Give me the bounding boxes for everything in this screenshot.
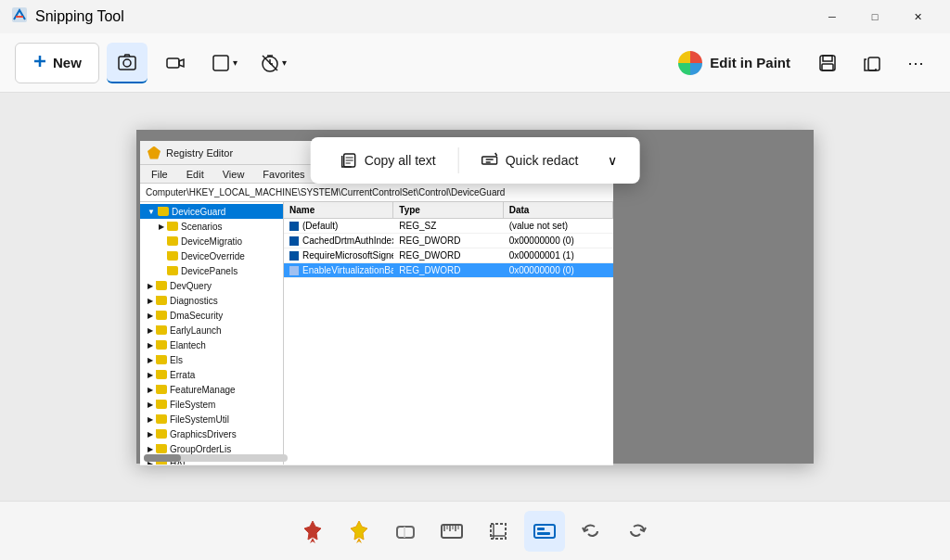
pen-icon [301, 519, 325, 543]
timer-chevron: ▾ [282, 57, 287, 68]
svg-rect-6 [167, 58, 179, 68]
close-button[interactable]: ✕ [896, 2, 939, 32]
cell-type-enable: REG_DWORD [393, 265, 503, 275]
table-row[interactable]: RequireMicrosoftSignedBootChain REG_DWOR… [284, 248, 613, 263]
registry-body: ▼ DeviceGuard ▶ Scenarios ▶ Devic [140, 202, 613, 465]
video-icon [165, 53, 186, 73]
cell-name-cached: CachedDrtmAuthIndex [284, 235, 393, 246]
svg-rect-41 [537, 528, 545, 530]
copy-button[interactable] [854, 45, 891, 82]
menu-view[interactable]: View [219, 169, 249, 180]
screenshot-area: Registry Editor ─ □ ✕ File Edit View Fav… [136, 130, 814, 464]
highlighter-tool-button[interactable] [339, 511, 379, 552]
redact-tool-button[interactable] [524, 511, 565, 552]
registry-title: Registry Editor [166, 147, 233, 159]
cell-data-require: 0x00000001 (1) [504, 250, 613, 261]
tree-item-errata[interactable]: ▶ Errata [140, 367, 283, 382]
cell-type-require: REG_DWORD [393, 250, 503, 261]
popup-divider [458, 147, 459, 173]
cell-type-cached: REG_DWORD [393, 235, 503, 246]
tree-item-graphicsdrivers[interactable]: ▶ GraphicsDrivers [140, 426, 283, 441]
redo-button[interactable] [617, 511, 658, 552]
video-button[interactable] [155, 43, 196, 83]
copy-text-icon [340, 152, 357, 169]
window-controls: ─ □ ✕ [811, 2, 939, 32]
new-button[interactable]: New [15, 43, 99, 83]
svg-rect-16 [868, 57, 879, 70]
popup-chevron-button[interactable]: ∨ [600, 146, 624, 175]
tree-item-featuremanage[interactable]: ▶ FeatureManage [140, 382, 283, 397]
paint-icon [678, 51, 702, 75]
tree-scrollbar[interactable] [144, 454, 284, 462]
main-toolbar: New ▾ ▾ Edit [0, 33, 950, 93]
col-name: Name [284, 202, 393, 218]
new-label: New [53, 55, 82, 70]
svg-rect-15 [822, 64, 833, 70]
registry-table-header: Name Type Data [284, 202, 613, 219]
shape-button[interactable]: ▾ [203, 43, 245, 83]
redo-icon [625, 519, 649, 543]
edit-paint-label: Edit in Paint [710, 55, 790, 70]
copy-all-text-button[interactable]: Copy all text [326, 145, 451, 176]
pen-tool-button[interactable] [292, 511, 333, 552]
app-title: Snipping Tool [35, 8, 124, 25]
svg-rect-28 [397, 527, 414, 538]
svg-marker-26 [351, 521, 367, 540]
screenshot-button[interactable] [107, 43, 148, 83]
maximize-button[interactable]: □ [854, 2, 896, 32]
svg-rect-42 [537, 532, 550, 535]
tree-item-deviceguard[interactable]: ▼ DeviceGuard [140, 204, 283, 219]
menu-file[interactable]: File [148, 169, 172, 180]
copy-icon [863, 54, 881, 72]
crop-tool-button[interactable] [478, 511, 519, 552]
tree-item-filesystem[interactable]: ▶ FileSystem [140, 397, 283, 412]
tree-item-els[interactable]: ▶ Els [140, 352, 283, 367]
ruler-tool-button[interactable] [431, 511, 472, 552]
menu-edit[interactable]: Edit [183, 169, 208, 180]
svg-point-5 [123, 59, 131, 67]
timer-button[interactable]: ▾ [252, 43, 294, 83]
tree-item-devicemigra[interactable]: ▶ DeviceMigratio [140, 234, 283, 248]
save-icon [818, 54, 837, 72]
eraser-tool-button[interactable] [385, 511, 426, 552]
cell-name-require: RequireMicrosoftSignedBootChain [284, 250, 393, 261]
more-options-button[interactable]: ⋯ [898, 45, 935, 82]
minimize-button[interactable]: ─ [811, 2, 854, 32]
svg-marker-27 [356, 538, 362, 543]
tree-item-earlylaunch[interactable]: ▶ EarlyLaunch [140, 323, 283, 337]
snipping-tool-icon [11, 6, 28, 27]
timer-icon [260, 53, 280, 73]
cell-data-cached: 0x00000000 (0) [504, 235, 613, 246]
registry-editor: Registry Editor ─ □ ✕ File Edit View Fav… [140, 141, 613, 465]
table-row[interactable]: (Default) REG_SZ (value not set) [284, 219, 613, 234]
tree-item-diagnostics[interactable]: ▶ Diagnostics [140, 293, 283, 308]
tree-item-filesystemutil[interactable]: ▶ FileSystemUtil [140, 412, 283, 426]
quick-redact-button[interactable]: Quick redact [467, 145, 594, 176]
edit-paint-button[interactable]: Edit in Paint [667, 44, 802, 83]
registry-icon [148, 146, 160, 159]
table-row[interactable]: CachedDrtmAuthIndex REG_DWORD 0x00000000… [284, 234, 613, 248]
registry-address-bar: Computer\HKEY_LOCAL_MACHINE\SYSTEM\Curre… [140, 184, 613, 202]
table-row-selected[interactable]: EnableVirtualizationBasedSecurity REG_DW… [284, 263, 613, 278]
svg-rect-7 [213, 56, 228, 70]
ruler-icon [440, 519, 464, 543]
col-type: Type [393, 202, 503, 218]
menu-favorites[interactable]: Favorites [259, 169, 308, 180]
redact-icon [481, 152, 498, 169]
registry-tree: ▼ DeviceGuard ▶ Scenarios ▶ Devic [140, 202, 284, 465]
ellipsis-icon: ⋯ [907, 53, 926, 73]
tree-item-devquery[interactable]: ▶ DevQuery [140, 278, 283, 293]
tree-item-elantech[interactable]: ▶ Elantech [140, 337, 283, 352]
tree-item-dmasecurity[interactable]: ▶ DmaSecurity [140, 308, 283, 323]
tree-item-deviceoverride[interactable]: ▶ DeviceOverride [140, 248, 283, 263]
save-button[interactable] [809, 45, 846, 82]
chevron-down-icon: ∨ [608, 153, 617, 168]
undo-button[interactable] [571, 511, 611, 552]
camera-icon [117, 52, 137, 72]
tree-item-scenarios[interactable]: ▶ Scenarios [140, 219, 283, 234]
svg-rect-14 [823, 56, 832, 61]
eraser-icon [393, 519, 417, 543]
tree-item-devicepanels[interactable]: ▶ DevicePanels [140, 263, 283, 278]
cell-name-default: (Default) [284, 221, 393, 231]
highlighter-icon [347, 519, 371, 543]
